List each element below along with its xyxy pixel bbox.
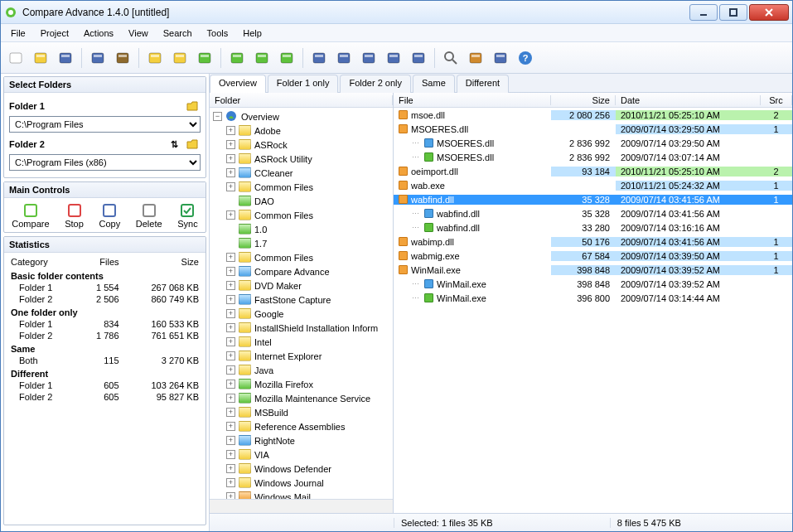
file-row[interactable]: ⋯WinMail.exe398 8482009/07/14 03:39:52 A…	[394, 277, 792, 291]
sync-button[interactable]: Sync	[174, 201, 201, 230]
file-row[interactable]: ⋯MSOERES.dll2 836 9922009/07/14 03:29:50…	[394, 136, 792, 150]
tree-item[interactable]: +RightNote	[210, 433, 393, 447]
tab-different[interactable]: Different	[457, 75, 509, 93]
filter-icon[interactable]	[193, 46, 216, 70]
panel-icon[interactable]	[332, 46, 355, 70]
status-selected: Selected: 1 files 35 KB	[394, 518, 610, 528]
folder2-select[interactable]: C:\Program Files (x86)	[9, 154, 201, 171]
file-row[interactable]: ⋯wabfind.dll33 2802009/07/14 03:16:16 AM	[394, 220, 792, 235]
save-icon[interactable]	[54, 46, 77, 70]
tab-folder-1-only[interactable]: Folder 1 only	[268, 75, 339, 93]
tree-hscroll[interactable]	[210, 499, 393, 513]
stop-button[interactable]: Stop	[61, 201, 87, 230]
file-row[interactable]: wab.exe2010/11/21 05:24:32 AM1	[394, 178, 792, 192]
tree-item[interactable]: +Java	[210, 363, 393, 377]
folder2-browse-button[interactable]	[184, 136, 201, 152]
menu-help[interactable]: Help	[236, 27, 268, 40]
save-as-icon[interactable]	[111, 46, 134, 70]
tree-item[interactable]: 1.0	[210, 222, 393, 236]
tree-item[interactable]: +Windows Journal	[210, 476, 393, 490]
tree-item[interactable]: +Google	[210, 307, 393, 321]
tree-icon[interactable]	[382, 46, 405, 70]
svg-rect-22	[256, 53, 268, 63]
tree-item[interactable]: +Intel	[210, 335, 393, 349]
open-folder-2-icon[interactable]	[168, 46, 191, 70]
tree-item[interactable]: +Adobe	[210, 123, 393, 138]
tree-item[interactable]: 1.7	[210, 236, 393, 250]
file-row[interactable]: wabfind.dll35 3282009/07/14 03:41:56 AM1	[394, 192, 792, 206]
save-project-icon[interactable]	[86, 46, 109, 70]
col-file[interactable]: File	[394, 95, 551, 105]
tab-overview[interactable]: Overview	[210, 75, 266, 93]
export-icon[interactable]	[225, 46, 249, 70]
swap-folders-button[interactable]: ⇅	[166, 136, 182, 152]
tree-item[interactable]: +MSBuild	[210, 405, 393, 419]
open-icon[interactable]	[29, 46, 52, 70]
tree-item[interactable]: +Windows Mail	[210, 490, 393, 499]
tree-item[interactable]: +CCleaner	[210, 166, 393, 180]
search-icon[interactable]	[439, 46, 462, 70]
tree-item[interactable]: +Reference Assemblies	[210, 419, 393, 433]
file-list[interactable]: msoe.dll2 080 2562010/11/21 05:25:10 AM2…	[394, 108, 792, 513]
tree-item[interactable]: +DVD Maker	[210, 278, 393, 293]
grid-icon[interactable]	[357, 46, 380, 70]
import-icon[interactable]	[250, 46, 273, 70]
minimize-button[interactable]	[689, 4, 718, 21]
menu-view[interactable]: View	[122, 27, 155, 40]
menu-file[interactable]: File	[4, 27, 32, 40]
delete-button[interactable]: Delete	[133, 201, 166, 230]
col-date[interactable]: Date	[616, 95, 761, 105]
tree-item[interactable]: DAO	[210, 194, 393, 208]
file-row[interactable]: MSOERES.dll2009/07/14 03:29:50 AM1	[394, 122, 792, 136]
tree-root[interactable]: −Overview	[210, 109, 393, 123]
folder1-select[interactable]: C:\Program Files	[9, 116, 201, 133]
tree-item[interactable]: +Windows Defender	[210, 462, 393, 476]
copy-button[interactable]: Copy	[95, 201, 123, 230]
col-src[interactable]: Src	[761, 95, 792, 105]
compare-button[interactable]: Compare	[8, 201, 52, 230]
tree-column-header[interactable]: Folder	[210, 95, 393, 105]
help-icon[interactable]: ?	[514, 46, 537, 70]
file-row[interactable]: ⋯MSOERES.dll2 836 9922009/07/14 03:07:14…	[394, 150, 792, 164]
maximize-button[interactable]	[719, 4, 747, 21]
tree-item[interactable]: +FastStone Capture	[210, 293, 393, 307]
open-folder-icon[interactable]	[143, 46, 167, 70]
file-row[interactable]: oeimport.dll93 1842010/11/21 05:25:10 AM…	[394, 164, 792, 178]
menu-project[interactable]: Project	[34, 27, 75, 40]
folder1-browse-button[interactable]	[184, 98, 201, 114]
tab-folder-2-only[interactable]: Folder 2 only	[340, 75, 411, 93]
file-row[interactable]: ⋯WinMail.exe396 8002009/07/14 03:14:44 A…	[394, 291, 792, 305]
tree-item[interactable]: +InstallShield Installation Inform	[210, 321, 393, 335]
tree-item[interactable]: +Common Files	[210, 208, 393, 222]
select-folders-header: Select Folders	[4, 77, 206, 93]
svg-rect-14	[149, 53, 161, 63]
col-size[interactable]: Size	[551, 95, 616, 105]
tree-item[interactable]: +Common Files	[210, 250, 393, 264]
file-row[interactable]: ⋯wabfind.dll35 3282009/07/14 03:41:56 AM	[394, 206, 792, 220]
new-icon[interactable]	[4, 46, 27, 70]
menu-search[interactable]: Search	[157, 27, 199, 40]
list-icon[interactable]	[407, 46, 430, 70]
file-row[interactable]: wabmig.exe67 5842009/07/14 03:39:50 AM1	[394, 249, 792, 263]
menu-actions[interactable]: Actions	[77, 27, 120, 40]
checkbox-icon[interactable]	[307, 46, 331, 70]
tree-item[interactable]: +ASRock	[210, 138, 393, 152]
svg-rect-8	[60, 53, 71, 63]
refresh-icon[interactable]	[275, 46, 298, 70]
settings-icon[interactable]	[464, 46, 487, 70]
file-row[interactable]: wabimp.dll50 1762009/07/14 03:41:56 AM1	[394, 235, 792, 249]
tree-item[interactable]: +Compare Advance	[210, 264, 393, 278]
tag-icon[interactable]	[489, 46, 512, 70]
tree-item[interactable]: +Internet Explorer	[210, 349, 393, 363]
tree-item[interactable]: +ASRock Utility	[210, 152, 393, 166]
tree-item[interactable]: +Common Files	[210, 180, 393, 194]
file-row[interactable]: WinMail.exe398 8482009/07/14 03:39:52 AM…	[394, 263, 792, 277]
close-button[interactable]	[749, 4, 789, 21]
folder-tree[interactable]: −Overview+Adobe+ASRock+ASRock Utility+CC…	[210, 108, 393, 499]
tree-item[interactable]: +Mozilla Maintenance Service	[210, 391, 393, 405]
file-row[interactable]: msoe.dll2 080 2562010/11/21 05:25:10 AM2	[394, 108, 792, 122]
tree-item[interactable]: +Mozilla Firefox	[210, 377, 393, 391]
tab-same[interactable]: Same	[413, 75, 455, 93]
menu-tools[interactable]: Tools	[201, 27, 235, 40]
tree-item[interactable]: +VIA	[210, 447, 393, 462]
